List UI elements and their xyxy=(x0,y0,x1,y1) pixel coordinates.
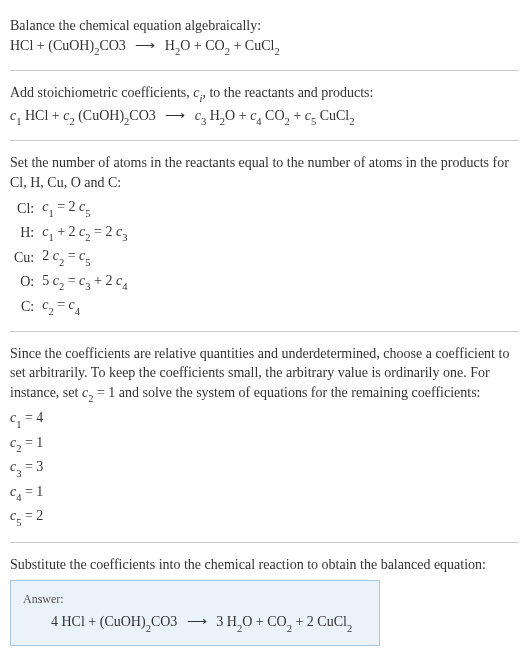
coefficient-list: c1 = 4 c2 = 1 c3 = 3 c4 = 1 c5 = 2 xyxy=(10,407,519,529)
balanced-equation: 4 HCl + (CuOH)2CO3 ⟶ 3 H2O + CO2 + 2 CuC… xyxy=(23,612,367,634)
table-row: Cl: c1 = 2 c5 xyxy=(10,196,131,220)
list-item: c3 = 3 xyxy=(10,456,519,480)
list-item: c4 = 1 xyxy=(10,481,519,505)
section-solve: Since the coefficients are relative quan… xyxy=(10,336,519,538)
element-label: C: xyxy=(10,294,38,318)
element-equation: 2 c2 = c5 xyxy=(38,245,131,269)
unbalanced-equation: HCl + (CuOH)2CO3 ⟶ H2O + CO2 + CuCl2 xyxy=(10,36,519,58)
table-row: O: 5 c2 = c3 + 2 c4 xyxy=(10,270,131,294)
table-row: H: c1 + 2 c2 = 2 c3 xyxy=(10,221,131,245)
substitute-text: Substitute the coefficients into the che… xyxy=(10,555,519,575)
answer-box: Answer: 4 HCl + (CuOH)2CO3 ⟶ 3 H2O + CO2… xyxy=(10,580,380,645)
table-row: Cu: 2 c2 = c5 xyxy=(10,245,131,269)
divider xyxy=(10,542,519,543)
products-part: H2O + CO2 + CuCl2 xyxy=(165,38,280,53)
element-equation: c2 = c4 xyxy=(38,294,131,318)
atom-balance-text: Set the number of atoms in the reactants… xyxy=(10,153,519,192)
reactants-part: HCl + (CuOH)2CO3 xyxy=(10,38,126,53)
reaction-arrow-icon: ⟶ xyxy=(135,36,155,56)
divider xyxy=(10,331,519,332)
equation-table: Cl: c1 = 2 c5 H: c1 + 2 c2 = 2 c3 Cu: 2 … xyxy=(10,196,131,318)
intro-text: Balance the chemical equation algebraica… xyxy=(10,16,519,36)
reaction-arrow-icon: ⟶ xyxy=(165,106,185,126)
divider xyxy=(10,70,519,71)
section-stoich: Add stoichiometric coefficients, ci, to … xyxy=(10,75,519,136)
element-equation: c1 = 2 c5 xyxy=(38,196,131,220)
list-item: c5 = 2 xyxy=(10,505,519,529)
element-label: Cu: xyxy=(10,245,38,269)
section-balance-intro: Balance the chemical equation algebraica… xyxy=(10,8,519,66)
element-equation: c1 + 2 c2 = 2 c3 xyxy=(38,221,131,245)
answer-label: Answer: xyxy=(23,591,367,608)
section-atom-balance: Set the number of atoms in the reactants… xyxy=(10,145,519,327)
reaction-arrow-icon: ⟶ xyxy=(187,612,207,632)
table-row: C: c2 = c4 xyxy=(10,294,131,318)
section-answer: Substitute the coefficients into the che… xyxy=(10,547,519,654)
element-equation: 5 c2 = c3 + 2 c4 xyxy=(38,270,131,294)
element-label: O: xyxy=(10,270,38,294)
element-label: Cl: xyxy=(10,196,38,220)
divider xyxy=(10,140,519,141)
list-item: c2 = 1 xyxy=(10,432,519,456)
solve-text: Since the coefficients are relative quan… xyxy=(10,344,519,406)
element-label: H: xyxy=(10,221,38,245)
list-item: c1 = 4 xyxy=(10,407,519,431)
stoich-text: Add stoichiometric coefficients, ci, to … xyxy=(10,83,519,105)
stoich-equation: c1 HCl + c2 (CuOH)2CO3 ⟶ c3 H2O + c4 CO2… xyxy=(10,106,519,128)
